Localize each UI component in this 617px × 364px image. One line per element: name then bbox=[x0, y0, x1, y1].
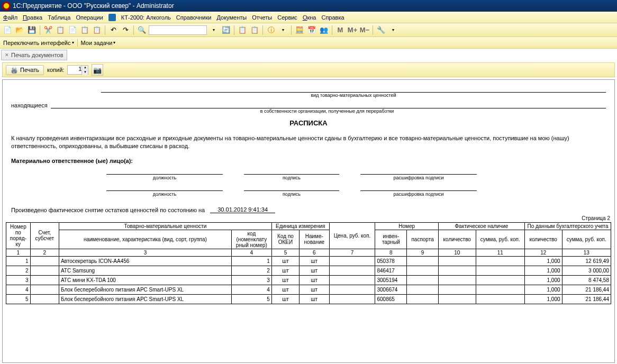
table-row: 4Блок бесперебойного питания APC Smart-U… bbox=[6, 285, 611, 294]
m-button[interactable]: M bbox=[335, 25, 346, 35]
main-menu: Файл Правка Таблица Операции КТ-2000: Ал… bbox=[0, 12, 617, 23]
open-icon[interactable]: 📂 bbox=[14, 25, 25, 35]
refresh-icon[interactable]: 🔄 bbox=[221, 25, 231, 35]
info-icon[interactable]: ⓘ bbox=[266, 25, 276, 35]
menu-catalogs[interactable]: Справочники bbox=[176, 14, 212, 21]
table-row: 2АТС Samsung2штшт8464171,0003 000,00 bbox=[6, 266, 611, 275]
th-qty2: количество bbox=[524, 230, 562, 249]
combo-dropdown-icon[interactable]: ▾ bbox=[208, 25, 219, 35]
receipt-text: К началу проведения инвентаризации все р… bbox=[11, 134, 606, 150]
receipt-title: РАСПИСКА bbox=[6, 119, 611, 127]
paste2-icon[interactable]: 📋 bbox=[79, 25, 90, 35]
search-icon[interactable]: 🔍 bbox=[137, 25, 147, 35]
settings-icon[interactable]: 🔧 bbox=[376, 25, 386, 35]
chevron-down-icon: ▾ bbox=[113, 40, 115, 45]
m-minus-button[interactable]: M− bbox=[359, 25, 370, 35]
responsible-label: Материально ответственное (ые) лицо(а): bbox=[11, 158, 606, 164]
print-button[interactable]: 🖨️ Печать bbox=[6, 65, 44, 75]
inventory-table: Номер по поряд-ку Счет, субсчет Товарно-… bbox=[6, 222, 611, 304]
menu-windows[interactable]: Окна bbox=[303, 14, 316, 21]
main-toolbar: 📄 📂 💾 ✂️ 📋 📄 📋 📋 ↶ ↷ 🔍 ▾ 🔄 📋 📋 ⓘ ▾ 🧮 📅 👥… bbox=[0, 23, 617, 37]
signature-label: подпись bbox=[283, 192, 301, 197]
table-row: 3АТС мини KX-TDA 1003штшт30051941,0008 4… bbox=[6, 275, 611, 285]
print-toolbar: 🖨️ Печать копий: 1 ▲ ▼ 📷 bbox=[2, 62, 615, 77]
info-dropdown-icon[interactable]: ▾ bbox=[278, 25, 288, 35]
menu-service[interactable]: Сервис bbox=[277, 14, 297, 21]
doc1-icon[interactable]: 📋 bbox=[237, 25, 248, 35]
chevron-down-icon: ▾ bbox=[72, 40, 74, 45]
app-logo-icon bbox=[2, 2, 11, 10]
m-plus-button[interactable]: M+ bbox=[347, 25, 358, 35]
spin-up-icon[interactable]: ▲ bbox=[81, 66, 88, 70]
th-qty: количество bbox=[438, 230, 476, 249]
save-icon[interactable]: 💾 bbox=[26, 25, 37, 35]
th-inventory: инвен-тарный bbox=[375, 230, 407, 249]
document-canvas: вид товарно-материальных ценностей наход… bbox=[2, 79, 615, 363]
signature-row-1: должность подпись расшифровка подписи bbox=[106, 167, 611, 180]
located-label: находящиеся bbox=[11, 102, 48, 108]
th-passport: паспорта bbox=[407, 230, 439, 249]
snapshot-label: Произведено фактическое снятие остатков … bbox=[11, 207, 205, 213]
position-label: должность bbox=[153, 192, 177, 197]
th-order: Номер по поряд-ку bbox=[6, 222, 31, 249]
decipher-label: расшифровка подписи bbox=[394, 175, 444, 180]
settings-dropdown-icon[interactable]: ▾ bbox=[388, 25, 398, 35]
paste-icon[interactable]: 📄 bbox=[67, 25, 78, 35]
th-tmc: Товарно-материальные ценности bbox=[59, 222, 271, 230]
undo-icon[interactable]: ↶ bbox=[108, 25, 119, 35]
th-unit: Единица измерения bbox=[271, 222, 329, 230]
copies-label: копий: bbox=[47, 67, 64, 73]
my-tasks-label: Мои задачи bbox=[81, 40, 113, 46]
th-book: По данным бухгалтерского учета bbox=[524, 222, 611, 230]
window-titlebar: 1С:Предприятие - ООО "Русский север" - A… bbox=[0, 0, 617, 12]
th-price: Цена, руб. коп. bbox=[329, 222, 375, 249]
print-button-label: Печать bbox=[20, 67, 39, 73]
copies-stepper[interactable]: 1 ▲ ▼ bbox=[67, 65, 88, 75]
th-sum2: сумма, руб. коп. bbox=[562, 230, 611, 249]
decipher-label: расшифровка подписи bbox=[394, 192, 444, 197]
cut-icon[interactable]: ✂️ bbox=[43, 25, 53, 35]
menu-table[interactable]: Таблица bbox=[48, 14, 70, 21]
calendar-icon[interactable]: 📅 bbox=[306, 25, 317, 35]
menu-help[interactable]: Справка bbox=[321, 14, 344, 21]
col-numbers-row: 1 2 3 4 5 6 7 8 9 10 11 12 13 bbox=[6, 249, 611, 256]
switch-interface-dropdown[interactable]: Переключить интерфейс ▾ bbox=[3, 40, 74, 46]
table-row: 5Блок бесперебойного питания APC Smart-U… bbox=[6, 294, 611, 304]
menu-edit[interactable]: Правка bbox=[23, 14, 42, 21]
page-label: Страница 2 bbox=[6, 215, 610, 221]
th-unitname: Наиме-нование bbox=[300, 230, 329, 249]
people-icon[interactable]: 👥 bbox=[319, 25, 329, 35]
th-okei: Код по ОКЕИ bbox=[271, 230, 299, 249]
menu-kt2000[interactable]: КТ-2000: Алкоголь bbox=[121, 14, 171, 21]
camera-icon: 📷 bbox=[93, 66, 102, 74]
copy-icon[interactable]: 📋 bbox=[55, 25, 66, 35]
spin-down-icon[interactable]: ▼ bbox=[81, 70, 88, 75]
printer-icon: 🖨️ bbox=[11, 67, 18, 74]
snapshot-date: 30.01.2012 9:41:34 bbox=[210, 206, 275, 213]
document-tab[interactable]: ✕ Печать документов bbox=[1, 50, 67, 60]
th-account: Счет, субсчет bbox=[30, 222, 59, 249]
menu-documents[interactable]: Документы bbox=[216, 14, 247, 21]
new-doc-icon[interactable]: 📄 bbox=[2, 25, 13, 35]
menu-reports[interactable]: Отчеты bbox=[252, 14, 272, 21]
tmc-type-label: вид товарно-материальных ценностей bbox=[101, 93, 606, 98]
th-fact: Фактическое наличие bbox=[438, 222, 524, 230]
signature-label: подпись bbox=[283, 175, 301, 180]
calc-icon[interactable]: 🧮 bbox=[294, 25, 305, 35]
th-sum: сумма, руб. коп. bbox=[476, 230, 524, 249]
close-icon[interactable]: ✕ bbox=[5, 52, 9, 58]
ownership-label: в собственности организации, полученные … bbox=[48, 108, 606, 114]
window-title: 1С:Предприятие - ООО "Русский север" - A… bbox=[13, 2, 174, 10]
th-number: Номер bbox=[375, 222, 439, 230]
menu-file[interactable]: Файл bbox=[3, 14, 17, 21]
position-label: должность bbox=[153, 175, 177, 180]
my-tasks-dropdown[interactable]: Мои задачи ▾ bbox=[81, 40, 116, 46]
paste3-icon[interactable]: 📋 bbox=[92, 25, 102, 35]
search-combo[interactable] bbox=[149, 25, 207, 35]
switch-interface-label: Переключить интерфейс bbox=[3, 40, 71, 46]
preview-button[interactable]: 📷 bbox=[92, 64, 103, 76]
redo-icon[interactable]: ↷ bbox=[120, 25, 131, 35]
doc2-icon[interactable]: 📋 bbox=[249, 25, 260, 35]
menu-operations[interactable]: Операции bbox=[76, 14, 103, 21]
th-name: наименование, характеристика (вид, сорт,… bbox=[59, 230, 231, 249]
